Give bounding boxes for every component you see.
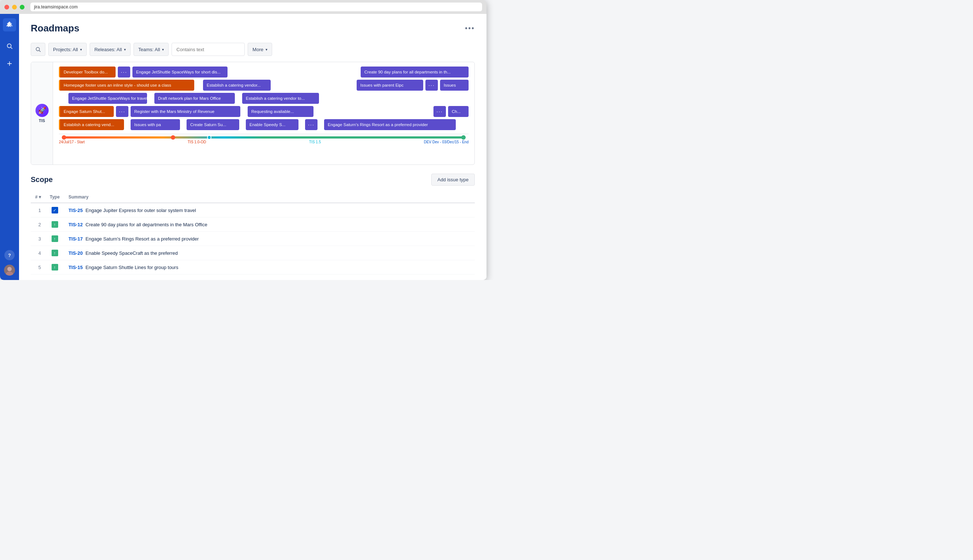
bar-issues-parent-eipc[interactable]: Issues with parent Eipc (357, 80, 423, 91)
row-num: 4 (31, 246, 45, 260)
table-row: 4 ↑ TIS-20 Enable Speedy SpaceCraft as t… (31, 246, 475, 260)
row-type: ↑ (45, 217, 64, 232)
app-container: ? Roadmaps ••• (0, 14, 486, 280)
app-logo[interactable] (3, 18, 16, 32)
scope-table: # ▾ Type Summary 1 ✓ (31, 192, 475, 275)
timeline-track (62, 136, 466, 138)
bar-engage-jetshuttle-short[interactable]: Engage JetShuttle SpaceWays for short di… (132, 67, 227, 77)
issue-summary-text: Enable Speedy SpaceCraft as the preferre… (85, 250, 178, 256)
table-row: 3 ↑ TIS-17 Engage Saturn's Rings Resort … (31, 232, 475, 246)
col-summary: Summary (64, 192, 475, 203)
sidebar-item-help[interactable]: ? (4, 250, 15, 260)
page-title: Roadmaps (31, 23, 79, 34)
bar-developer-toolbox[interactable]: Developer Toolbox do... (59, 67, 115, 77)
timeline-row: Engage JetShuttle SpaceWays for travel D… (59, 93, 468, 104)
issue-summary-text: Create 90 day plans for all departments … (85, 222, 207, 227)
row-type: ↑ (45, 260, 64, 275)
bar-dots-3[interactable]: ··· (116, 106, 129, 117)
timeline-label-end: DEV Dev - 03/Dec/15 - End (424, 140, 468, 144)
minimize-button[interactable] (12, 5, 17, 10)
more-filter-button[interactable]: More ▾ (247, 43, 272, 56)
bar-issues[interactable]: Issues (440, 80, 468, 91)
sidebar-item-create[interactable] (4, 58, 15, 70)
bar-engage-jetshuttle-travel[interactable]: Engage JetShuttle SpaceWays for travel (69, 93, 147, 104)
roadmap-chart: 🚀 TIS Developer Toolbox do... ··· Engage… (31, 62, 475, 165)
releases-filter[interactable]: Releases: All ▾ (90, 43, 130, 56)
bar-create-90-day[interactable]: Create 90 day plans for all departments … (361, 67, 468, 77)
timeline-row: Engage Saturn Shut... ··· Register with … (59, 106, 468, 117)
dot-start (62, 135, 66, 140)
chart-body: Developer Toolbox do... ··· Engage JetSh… (53, 62, 475, 165)
bar-engage-saturn-shut[interactable]: Engage Saturn Shut... (59, 106, 114, 117)
bar-requesting-available[interactable]: Requesting avaliable... (247, 106, 313, 117)
bar-dots-1[interactable]: ··· (118, 67, 130, 77)
scope-header: Scope Add issue type (31, 173, 475, 186)
teams-filter[interactable]: Teams: All ▾ (134, 43, 169, 56)
url-bar[interactable]: jira.teamsinspace.com (30, 3, 482, 11)
bar-establish-catering[interactable]: Establish a catering vendor... (203, 80, 271, 91)
bar-establish-catering-to[interactable]: Establish a catering vendor to... (242, 93, 319, 104)
svg-point-0 (7, 44, 11, 48)
projects-filter[interactable]: Projects: All ▾ (48, 43, 87, 56)
col-type: Type (45, 192, 64, 203)
issue-id-link[interactable]: TIS-20 (69, 250, 83, 256)
bar-establish-catering-vend[interactable]: Establish a catering vend... (59, 119, 124, 130)
issue-summary-text: Engage Saturn Shuttle Lines for group to… (85, 265, 179, 270)
page-more-menu[interactable]: ••• (465, 24, 475, 33)
bar-create-saturn-su[interactable]: Create Saturn Su... (187, 119, 239, 130)
chevron-down-icon: ▾ (266, 48, 267, 52)
project-avatar: 🚀 (35, 104, 48, 117)
bar-draft-network-plan[interactable]: Draft network plan for Mars Office (154, 93, 235, 104)
bar-enable-speedy-s[interactable]: Enable Speedy S... (246, 119, 299, 130)
bar-ch[interactable]: Ch... (448, 106, 468, 117)
issue-type-story: ↑ (52, 221, 58, 228)
scope-title: Scope (31, 175, 53, 184)
bar-issues-with-pa[interactable]: Issues with pa (130, 119, 180, 130)
col-num[interactable]: # ▾ (31, 192, 45, 203)
issue-id-link[interactable]: TIS-15 (69, 265, 83, 270)
bar-engage-saturns-rings[interactable]: Engage Saturn's Rings Resort as a prefer… (324, 119, 456, 130)
browser-window: jira.teamsinspace.com (0, 0, 486, 280)
bar-dots-5[interactable]: ··· (305, 119, 318, 130)
bar-dots-4[interactable]: ··· (433, 106, 446, 117)
row-num: 5 (31, 260, 45, 275)
issue-type-story: ↑ (52, 264, 58, 270)
text-filter-input[interactable] (172, 43, 245, 56)
issue-id-link[interactable]: TIS-17 (69, 236, 83, 242)
table-header: # ▾ Type Summary (31, 192, 475, 203)
svg-point-6 (36, 48, 40, 51)
bar-dots-2[interactable]: ··· (425, 80, 438, 91)
issue-type-checkbox: ✓ (52, 207, 58, 213)
row-type: ✓ (45, 203, 64, 217)
svg-point-4 (7, 267, 12, 271)
chevron-down-icon: ▾ (80, 48, 82, 52)
add-issue-type-button[interactable]: Add issue type (431, 173, 475, 186)
timeline-label-overdue: TIS 1.0-OD (188, 140, 206, 144)
issue-id-link[interactable]: TIS-12 (69, 222, 83, 227)
timeline-label-start: 24/Jul/17 - Start (59, 140, 85, 144)
sort-icon: ▾ (39, 195, 41, 200)
toolbar-search-button[interactable] (31, 43, 45, 56)
user-avatar[interactable] (4, 265, 15, 276)
row-num: 3 (31, 232, 45, 246)
browser-titlebar: jira.teamsinspace.com (0, 0, 486, 14)
sidebar-item-search[interactable] (4, 40, 15, 52)
bar-homepage-footer[interactable]: Homepage footer uses an inline style - s… (59, 80, 194, 91)
row-type: ↑ (45, 246, 64, 260)
bar-register-mars-ministry[interactable]: Register with the Mars Ministry of Reven… (130, 106, 240, 117)
scope-section: Scope Add issue type # ▾ Type Summary (19, 165, 486, 280)
close-button[interactable] (4, 5, 9, 10)
row-num: 1 (31, 203, 45, 217)
svg-line-1 (11, 47, 12, 48)
issue-summary-text: Engage Jupiter Express for outer solar s… (85, 208, 196, 213)
chart-inner: 🚀 TIS Developer Toolbox do... ··· Engage… (31, 62, 475, 165)
timeline-label-milestone: TIS 1.5 (309, 140, 321, 144)
timeline-progress (62, 136, 466, 138)
row-num: 2 (31, 217, 45, 232)
timeline-footer (59, 134, 468, 138)
row-summary: TIS-15 Engage Saturn Shuttle Lines for g… (64, 260, 475, 275)
timeline-row: Establish a catering vend... Issues with… (59, 119, 468, 130)
maximize-button[interactable] (20, 5, 25, 10)
issue-id-link[interactable]: TIS-25 (69, 208, 83, 213)
row-type: ↑ (45, 232, 64, 246)
